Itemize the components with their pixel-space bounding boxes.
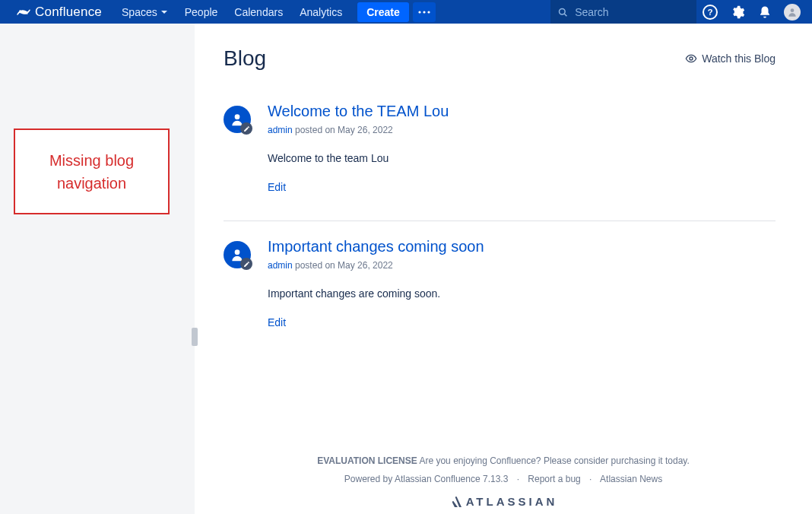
search-input[interactable] xyxy=(575,6,689,18)
pencil-icon xyxy=(243,261,250,268)
brand[interactable]: Confluence xyxy=(17,5,102,20)
edit-post-link[interactable]: Edit xyxy=(268,181,776,193)
footer-separator: · xyxy=(511,474,525,484)
page-title: Blog xyxy=(224,46,266,71)
nav-analytics-label: Analytics xyxy=(300,6,342,18)
atlassian-logo[interactable]: ATLASSIAN xyxy=(195,495,812,508)
post-body: Welcome to the TEAM Lou admin posted on … xyxy=(268,103,776,193)
confluence-logo-icon xyxy=(17,5,30,19)
svg-point-0 xyxy=(418,11,420,13)
post-byline: admin posted on May 26, 2022 xyxy=(268,125,776,135)
create-button[interactable]: Create xyxy=(357,2,409,22)
chevron-down-icon xyxy=(160,8,168,16)
svg-point-1 xyxy=(423,11,425,13)
more-horizontal-icon xyxy=(418,11,430,14)
sidebar: Missing blog navigation xyxy=(0,24,195,514)
help-icon: ? xyxy=(703,5,718,20)
nav-spaces[interactable]: Spaces xyxy=(114,2,176,22)
search-icon xyxy=(558,7,567,17)
top-navigation: Confluence Spaces People Calendars Analy… xyxy=(0,0,812,24)
author-avatar[interactable] xyxy=(224,241,251,268)
missing-nav-annotation: Missing blog navigation xyxy=(14,128,170,214)
sidebar-resize-handle[interactable] xyxy=(192,328,198,346)
post-title-link[interactable]: Important changes coming soon xyxy=(268,238,776,255)
footer-separator: · xyxy=(583,474,598,484)
brand-name: Confluence xyxy=(35,5,102,20)
blog-post: Welcome to the TEAM Lou admin posted on … xyxy=(224,103,776,207)
post-divider xyxy=(224,221,776,221)
post-author-link[interactable]: admin xyxy=(268,125,293,135)
svg-point-10 xyxy=(235,249,240,255)
watch-blog-button[interactable]: Watch this Blog xyxy=(685,52,776,65)
page-body: Missing blog navigation Blog Watch this … xyxy=(0,24,812,514)
powered-by-link[interactable]: Powered by Atlassian Confluence 7.13.3 xyxy=(344,474,508,484)
person-icon xyxy=(787,7,798,17)
svg-point-2 xyxy=(427,11,430,13)
help-button[interactable]: ? xyxy=(696,0,724,24)
post-excerpt: Welcome to the team Lou xyxy=(268,152,776,164)
create-button-label: Create xyxy=(366,6,400,18)
missing-nav-annotation-text: Missing blog navigation xyxy=(23,149,160,195)
atlassian-logo-text: ATLASSIAN xyxy=(466,495,558,508)
nav-calendars-label: Calendars xyxy=(234,6,283,18)
svg-text:?: ? xyxy=(708,8,713,17)
svg-line-4 xyxy=(564,14,566,16)
footer: EVALUATION LICENSE Are you enjoying Conf… xyxy=(195,445,812,514)
svg-point-7 xyxy=(791,8,795,12)
eval-license-label: EVALUATION LICENSE xyxy=(317,455,417,466)
svg-point-8 xyxy=(690,57,693,60)
report-bug-link[interactable]: Report a bug xyxy=(528,474,580,484)
nav-people-label: People xyxy=(185,6,218,18)
main-column: Blog Watch this Blog Welcome to the TEAM… xyxy=(195,24,812,514)
edit-badge xyxy=(240,122,252,135)
bell-icon xyxy=(758,5,772,19)
post-body: Important changes coming soon admin post… xyxy=(268,238,776,328)
edit-post-link[interactable]: Edit xyxy=(268,316,776,328)
nav-calendars[interactable]: Calendars xyxy=(227,2,290,22)
nav-spaces-label: Spaces xyxy=(122,6,157,18)
nav-items: Spaces People Calendars Analytics Create xyxy=(114,2,436,22)
more-actions-button[interactable] xyxy=(413,2,436,22)
edit-badge xyxy=(240,258,252,270)
pencil-icon xyxy=(243,125,250,132)
post-title-link[interactable]: Welcome to the TEAM Lou xyxy=(268,103,776,120)
nav-people[interactable]: People xyxy=(177,2,226,22)
settings-button[interactable] xyxy=(724,0,751,24)
post-author-link[interactable]: admin xyxy=(268,260,293,271)
post-date: May 26, 2022 xyxy=(338,260,393,271)
notifications-button[interactable] xyxy=(751,0,779,24)
search-box[interactable] xyxy=(550,0,696,24)
avatar xyxy=(784,4,801,21)
svg-point-3 xyxy=(560,8,566,14)
post-byline: admin posted on May 26, 2022 xyxy=(268,260,776,271)
profile-button[interactable] xyxy=(779,0,806,24)
post-date: May 26, 2022 xyxy=(338,125,393,135)
blog-post: Important changes coming soon admin post… xyxy=(224,238,776,342)
eye-icon xyxy=(685,52,697,65)
svg-point-9 xyxy=(235,114,240,119)
atlassian-logo-icon xyxy=(449,496,462,508)
posted-on-text: posted on xyxy=(293,125,338,135)
atlassian-news-link[interactable]: Atlassian News xyxy=(600,474,662,484)
post-excerpt: Important changes are coming soon. xyxy=(268,287,776,300)
posted-on-text: posted on xyxy=(293,260,338,271)
content-area: Blog Watch this Blog Welcome to the TEAM… xyxy=(195,24,812,445)
watch-blog-label: Watch this Blog xyxy=(702,52,776,65)
page-header: Blog Watch this Blog xyxy=(224,46,776,71)
gear-icon xyxy=(730,5,745,20)
eval-license-text: Are you enjoying Confluence? Please cons… xyxy=(417,455,690,466)
author-avatar[interactable] xyxy=(224,106,251,133)
nav-analytics[interactable]: Analytics xyxy=(292,2,350,22)
